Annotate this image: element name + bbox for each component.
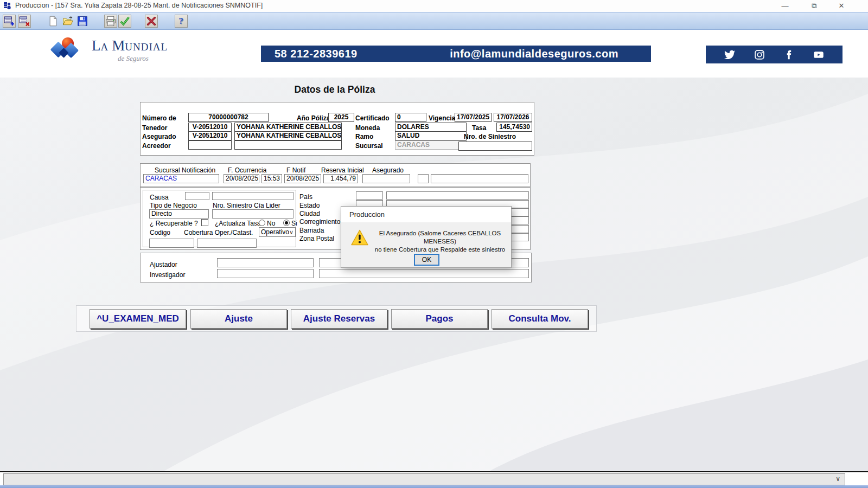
company-logo: LAMUNDIAL de Seguros [46, 34, 168, 62]
asegurado-codigo-field[interactable] [362, 174, 410, 183]
asegurado-id-field[interactable]: V-20512010 [188, 131, 232, 140]
ajuste-button[interactable]: Ajuste [190, 309, 287, 329]
ok-button[interactable]: OK [414, 254, 439, 266]
f-ocurrencia-fecha-field[interactable]: 20/08/2025 [224, 174, 259, 183]
recuperable-checkbox[interactable] [201, 219, 208, 226]
minimize-button[interactable]: — [773, 0, 797, 12]
pagos-button[interactable]: Pagos [391, 309, 488, 329]
radio-si-label: Si [291, 220, 297, 227]
cancel-icon[interactable] [145, 15, 158, 28]
ramo-field[interactable]: SALUD [395, 131, 467, 140]
f-ocurrencia-hora-field[interactable]: 15:53 [261, 174, 282, 183]
window-title: Produccion - [157 Sra. Yulia Zapata 28-0… [15, 2, 263, 9]
tenedor-label: Tenedor [142, 124, 167, 132]
pais-label: País [299, 193, 312, 201]
tasa-field[interactable]: 145,74530 [496, 123, 532, 132]
asegurado-nombre-notif-field[interactable] [431, 174, 528, 183]
restore-button[interactable]: ⧉ [802, 0, 827, 12]
pais-cod-field[interactable] [356, 191, 383, 200]
actualiza-tasa-si-radio[interactable] [283, 220, 290, 226]
vigencia-desde-field[interactable]: 17/07/2025 [455, 113, 492, 122]
tenedor-id-field[interactable]: V-20512010 [188, 123, 232, 132]
ano-poliza-field[interactable]: 2025 [328, 113, 354, 122]
radio-no-label: No [267, 220, 275, 227]
social-bar [706, 46, 843, 63]
title-bar: Produccion - [157 Sra. Yulia Zapata 28-0… [0, 0, 868, 12]
moneda-label: Moneda [355, 124, 380, 132]
ciudad-label: Ciudad [299, 210, 320, 217]
new-document-icon[interactable] [47, 15, 60, 28]
f-notif-label: F Notif [286, 166, 305, 174]
causa-desc-field[interactable] [212, 192, 293, 200]
tasa-label: Tasa [472, 124, 486, 132]
vigencia-hasta-field[interactable]: 17/07/2026 [494, 113, 532, 122]
app-icon [3, 2, 12, 10]
examen-medico-button[interactable]: ^U_EXAMEN_MED [90, 309, 186, 329]
logo-tagline: de Seguros [118, 55, 168, 62]
facebook-icon[interactable] [783, 49, 794, 60]
instagram-icon[interactable] [754, 49, 765, 60]
vigencia-label: Vigencia [429, 114, 455, 122]
numero-field[interactable]: 70000000782 [188, 113, 269, 122]
certificado-label: Certificado [355, 114, 390, 122]
reserva-inicial-label: Reserva Inicial [321, 166, 364, 174]
causa-cod-field[interactable] [185, 192, 209, 200]
status-combobox[interactable]: ∨ [3, 473, 845, 485]
nro-siniestro-lider-label: Nro. Siniestro Cía Lider [213, 202, 280, 209]
logo-mark-icon [46, 34, 86, 62]
codigo-field[interactable] [149, 239, 194, 248]
cobertura-desc-field[interactable] [197, 239, 257, 248]
moneda-field[interactable]: DOLARES [395, 123, 467, 132]
acreedor-id-field[interactable] [188, 140, 232, 150]
asegurado-nombre-field[interactable]: YOHANA KATHERINE CEBALLOS [234, 131, 342, 140]
tipo-negocio-field[interactable]: Directo [149, 209, 209, 219]
sucursal-label: Sucursal [355, 142, 383, 150]
acreedor-nombre-field[interactable] [234, 140, 342, 150]
estado-label: Estado [299, 202, 320, 209]
close-button[interactable]: ✕ [829, 0, 854, 12]
reserva-inicial-field[interactable]: 1.454,79 [323, 174, 358, 183]
actualiza-tasa-no-radio[interactable] [259, 220, 265, 226]
chevron-down-icon: ∨ [289, 228, 293, 236]
confirm-icon[interactable] [118, 15, 131, 28]
corregimiento-label: Corregimiento [299, 218, 340, 226]
nro-siniestro-label: Nro. de Siniestro [464, 133, 516, 140]
ramo-label: Ramo [355, 133, 373, 140]
dialog-message: El Asegurado (Salome Caceres CEBALLOS ME… [373, 229, 507, 254]
delete-record-icon[interactable] [18, 15, 31, 28]
dialog-title: Produccion [341, 207, 511, 222]
ajuste-reservas-button[interactable]: Ajuste Reservas [291, 309, 387, 329]
nro-siniestro-lider-field[interactable] [212, 209, 293, 219]
warning-icon [351, 229, 368, 246]
cobertura-dropdown[interactable]: Operativo ∨ [259, 227, 296, 237]
add-record-icon[interactable] [3, 15, 16, 28]
email-address: info@lamundialdeseguros.com [450, 48, 618, 60]
zona-postal-label: Zona Postal [299, 235, 334, 242]
save-icon[interactable] [76, 15, 89, 28]
asegurado-notif-label: Asegurado [372, 166, 404, 174]
ano-poliza-label: Año Póliza [297, 114, 330, 122]
youtube-icon[interactable] [813, 49, 824, 60]
phone-number: 58 212-2839619 [275, 48, 358, 60]
certificado-field[interactable]: 0 [395, 113, 426, 122]
help-icon[interactable]: ?? [175, 15, 188, 28]
investigador-field[interactable] [319, 269, 529, 278]
tipo-negocio-label: Tipo de Negocio [150, 202, 197, 209]
twitter-icon[interactable] [724, 49, 735, 60]
investigador-cod-field[interactable] [217, 269, 314, 278]
nro-siniestro-field[interactable] [458, 142, 532, 151]
window-bottom-edge [0, 485, 868, 488]
pais-field[interactable] [386, 191, 529, 200]
toolbar: ?? [0, 12, 868, 30]
header: LAMUNDIAL de Seguros 58 212-2839619 info… [0, 30, 868, 78]
print-icon[interactable] [104, 15, 117, 28]
tenedor-nombre-field[interactable]: YOHANA KATHERINE CEBALLOS [234, 123, 342, 132]
main-content: Datos de la Póliza Número de 70000000782… [0, 78, 868, 472]
asegurado-check-field[interactable] [418, 174, 429, 183]
causa-label: Causa [150, 194, 169, 201]
open-file-icon[interactable] [61, 15, 74, 28]
consulta-mov-button[interactable]: Consulta Mov. [492, 309, 588, 329]
f-notif-field[interactable]: 20/08/2025 [284, 174, 321, 183]
ajustador-cod-field[interactable] [217, 258, 314, 267]
sucursal-notificacion-field[interactable]: CARACAS [143, 174, 219, 183]
